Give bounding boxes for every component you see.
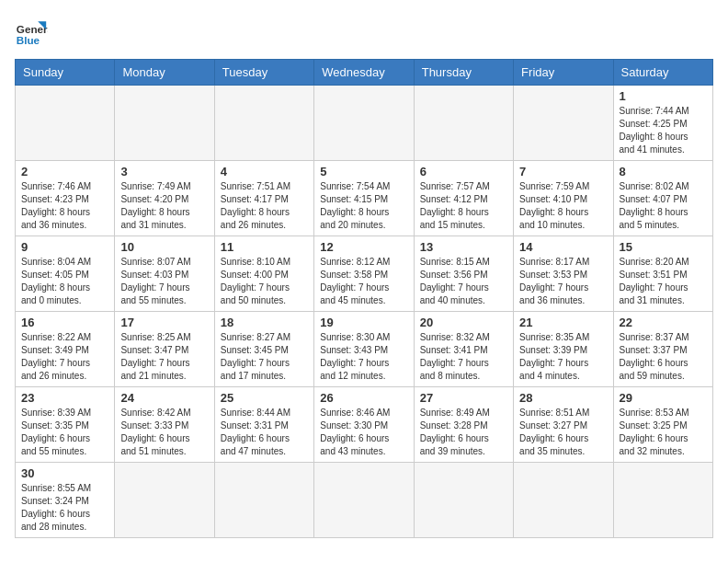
day-number: 11	[221, 240, 308, 254]
day-number: 10	[120, 240, 208, 254]
day-info: Sunrise: 8:49 AM Sunset: 3:28 PM Dayligh…	[420, 407, 507, 458]
day-info: Sunrise: 8:39 AM Sunset: 3:35 PM Dayligh…	[21, 407, 108, 458]
week-row-3: 9Sunrise: 8:04 AM Sunset: 4:05 PM Daylig…	[16, 236, 713, 312]
day-cell-23: 23Sunrise: 8:39 AM Sunset: 3:35 PM Dayli…	[16, 387, 115, 463]
day-number: 28	[519, 391, 607, 405]
day-number: 9	[21, 240, 108, 254]
empty-cell	[514, 463, 613, 538]
day-number: 19	[320, 316, 407, 329]
day-info: Sunrise: 8:22 AM Sunset: 3:49 PM Dayligh…	[21, 331, 108, 383]
day-info: Sunrise: 8:10 AM Sunset: 4:00 PM Dayligh…	[221, 256, 308, 307]
day-info: Sunrise: 8:44 AM Sunset: 3:31 PM Dayligh…	[221, 407, 308, 458]
day-cell-17: 17Sunrise: 8:25 AM Sunset: 3:47 PM Dayli…	[115, 312, 214, 387]
day-info: Sunrise: 7:44 AM Sunset: 4:25 PM Dayligh…	[620, 105, 707, 156]
day-cell-28: 28Sunrise: 8:51 AM Sunset: 3:27 PM Dayli…	[514, 387, 613, 463]
day-info: Sunrise: 8:55 AM Sunset: 3:24 PM Dayligh…	[21, 482, 108, 534]
weekday-header-sunday: Sunday	[16, 60, 115, 86]
day-cell-3: 3Sunrise: 7:49 AM Sunset: 4:20 PM Daylig…	[115, 161, 214, 236]
week-row-1: 1Sunrise: 7:44 AM Sunset: 4:25 PM Daylig…	[16, 86, 713, 161]
day-number: 25	[221, 391, 308, 405]
day-number: 13	[420, 240, 507, 254]
day-info: Sunrise: 8:25 AM Sunset: 3:47 PM Dayligh…	[120, 331, 208, 383]
day-info: Sunrise: 8:35 AM Sunset: 3:39 PM Dayligh…	[519, 331, 607, 383]
day-number: 8	[620, 165, 707, 178]
day-info: Sunrise: 7:46 AM Sunset: 4:23 PM Dayligh…	[21, 180, 108, 232]
day-info: Sunrise: 7:49 AM Sunset: 4:20 PM Dayligh…	[120, 180, 208, 232]
empty-cell	[414, 86, 513, 161]
empty-cell	[314, 463, 414, 538]
weekday-header-monday: Monday	[115, 60, 214, 86]
day-cell-18: 18Sunrise: 8:27 AM Sunset: 3:45 PM Dayli…	[214, 312, 313, 387]
weekday-header-row: SundayMondayTuesdayWednesdayThursdayFrid…	[16, 60, 713, 86]
empty-cell	[16, 86, 115, 161]
page-header: General Blue	[15, 15, 713, 48]
day-number: 16	[21, 316, 108, 329]
day-number: 17	[120, 316, 208, 329]
day-info: Sunrise: 7:57 AM Sunset: 4:12 PM Dayligh…	[420, 180, 507, 232]
day-info: Sunrise: 8:07 AM Sunset: 4:03 PM Dayligh…	[120, 256, 208, 307]
day-cell-9: 9Sunrise: 8:04 AM Sunset: 4:05 PM Daylig…	[16, 236, 115, 312]
day-number: 15	[620, 240, 707, 254]
day-info: Sunrise: 7:54 AM Sunset: 4:15 PM Dayligh…	[320, 180, 407, 232]
day-info: Sunrise: 8:51 AM Sunset: 3:27 PM Dayligh…	[519, 407, 607, 458]
day-number: 7	[519, 165, 607, 178]
day-info: Sunrise: 7:59 AM Sunset: 4:10 PM Dayligh…	[519, 180, 607, 232]
week-row-6: 30Sunrise: 8:55 AM Sunset: 3:24 PM Dayli…	[16, 463, 713, 538]
day-cell-8: 8Sunrise: 8:02 AM Sunset: 4:07 PM Daylig…	[613, 161, 712, 236]
weekday-header-thursday: Thursday	[414, 60, 513, 86]
day-number: 29	[620, 391, 707, 405]
empty-cell	[214, 463, 313, 538]
day-cell-26: 26Sunrise: 8:46 AM Sunset: 3:30 PM Dayli…	[314, 387, 414, 463]
day-info: Sunrise: 8:17 AM Sunset: 3:53 PM Dayligh…	[519, 256, 607, 307]
svg-text:Blue: Blue	[17, 34, 40, 46]
day-cell-12: 12Sunrise: 8:12 AM Sunset: 3:58 PM Dayli…	[314, 236, 414, 312]
empty-cell	[414, 463, 513, 538]
generalblue-logo-icon: General Blue	[15, 15, 48, 48]
day-cell-7: 7Sunrise: 7:59 AM Sunset: 4:10 PM Daylig…	[514, 161, 613, 236]
day-cell-30: 30Sunrise: 8:55 AM Sunset: 3:24 PM Dayli…	[16, 463, 115, 538]
day-cell-4: 4Sunrise: 7:51 AM Sunset: 4:17 PM Daylig…	[214, 161, 313, 236]
day-info: Sunrise: 8:27 AM Sunset: 3:45 PM Dayligh…	[221, 331, 308, 383]
day-number: 5	[320, 165, 407, 178]
day-cell-13: 13Sunrise: 8:15 AM Sunset: 3:56 PM Dayli…	[414, 236, 513, 312]
day-number: 26	[320, 391, 407, 405]
day-cell-14: 14Sunrise: 8:17 AM Sunset: 3:53 PM Dayli…	[514, 236, 613, 312]
day-number: 14	[519, 240, 607, 254]
day-cell-2: 2Sunrise: 7:46 AM Sunset: 4:23 PM Daylig…	[16, 161, 115, 236]
day-number: 23	[21, 391, 108, 405]
day-info: Sunrise: 7:51 AM Sunset: 4:17 PM Dayligh…	[221, 180, 308, 232]
day-number: 18	[221, 316, 308, 329]
day-cell-16: 16Sunrise: 8:22 AM Sunset: 3:49 PM Dayli…	[16, 312, 115, 387]
day-info: Sunrise: 8:15 AM Sunset: 3:56 PM Dayligh…	[420, 256, 507, 307]
week-row-5: 23Sunrise: 8:39 AM Sunset: 3:35 PM Dayli…	[16, 387, 713, 463]
day-number: 6	[420, 165, 507, 178]
day-cell-6: 6Sunrise: 7:57 AM Sunset: 4:12 PM Daylig…	[414, 161, 513, 236]
day-cell-25: 25Sunrise: 8:44 AM Sunset: 3:31 PM Dayli…	[214, 387, 313, 463]
day-info: Sunrise: 8:04 AM Sunset: 4:05 PM Dayligh…	[21, 256, 108, 307]
day-number: 27	[420, 391, 507, 405]
weekday-header-friday: Friday	[514, 60, 613, 86]
week-row-2: 2Sunrise: 7:46 AM Sunset: 4:23 PM Daylig…	[16, 161, 713, 236]
day-info: Sunrise: 8:12 AM Sunset: 3:58 PM Dayligh…	[320, 256, 407, 307]
week-row-4: 16Sunrise: 8:22 AM Sunset: 3:49 PM Dayli…	[16, 312, 713, 387]
weekday-header-tuesday: Tuesday	[214, 60, 313, 86]
empty-cell	[214, 86, 313, 161]
day-cell-1: 1Sunrise: 7:44 AM Sunset: 4:25 PM Daylig…	[613, 86, 712, 161]
day-number: 24	[120, 391, 208, 405]
day-info: Sunrise: 8:02 AM Sunset: 4:07 PM Dayligh…	[620, 180, 707, 232]
logo: General Blue	[15, 15, 48, 48]
day-info: Sunrise: 8:32 AM Sunset: 3:41 PM Dayligh…	[420, 331, 507, 383]
calendar-table: SundayMondayTuesdayWednesdayThursdayFrid…	[15, 59, 713, 538]
day-number: 21	[519, 316, 607, 329]
day-info: Sunrise: 8:30 AM Sunset: 3:43 PM Dayligh…	[320, 331, 407, 383]
day-info: Sunrise: 8:20 AM Sunset: 3:51 PM Dayligh…	[620, 256, 707, 307]
day-cell-29: 29Sunrise: 8:53 AM Sunset: 3:25 PM Dayli…	[613, 387, 712, 463]
day-cell-21: 21Sunrise: 8:35 AM Sunset: 3:39 PM Dayli…	[514, 312, 613, 387]
day-cell-20: 20Sunrise: 8:32 AM Sunset: 3:41 PM Dayli…	[414, 312, 513, 387]
weekday-header-wednesday: Wednesday	[314, 60, 414, 86]
day-number: 3	[120, 165, 208, 178]
day-number: 4	[221, 165, 308, 178]
empty-cell	[613, 463, 712, 538]
day-cell-5: 5Sunrise: 7:54 AM Sunset: 4:15 PM Daylig…	[314, 161, 414, 236]
day-cell-15: 15Sunrise: 8:20 AM Sunset: 3:51 PM Dayli…	[613, 236, 712, 312]
